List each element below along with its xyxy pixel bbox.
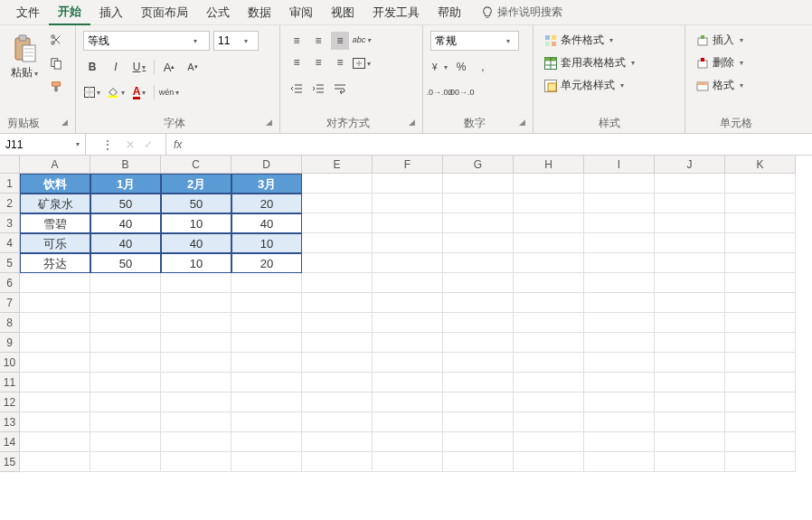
cell-E15[interactable] [302,452,373,472]
cell-B4[interactable]: 40 [90,233,161,253]
cell-H6[interactable] [514,273,584,293]
cell-H13[interactable] [514,412,584,432]
decrease-decimal[interactable]: .00→.0 [452,83,470,101]
cell-C9[interactable] [161,333,231,353]
font-size-combo[interactable]: ▾ [213,31,259,51]
cell-I9[interactable] [584,333,655,353]
row-header-15[interactable]: 15 [0,452,20,472]
enter-formula[interactable]: ✓ [144,138,153,151]
cell-A15[interactable] [20,452,90,472]
cell-F12[interactable] [373,392,443,412]
col-header-G[interactable]: G [443,156,514,174]
cell-J15[interactable] [655,452,725,472]
cell-G14[interactable] [443,432,514,452]
cell-A3[interactable]: 雪碧 [20,213,90,233]
cell-styles[interactable]: 单元格样式 [541,76,628,95]
fill-color-button[interactable] [107,83,125,101]
cell-B1[interactable]: 1月 [90,174,161,194]
increase-decimal[interactable]: .0→.00 [430,83,448,101]
cell-G11[interactable] [443,373,514,392]
cell-G7[interactable] [443,293,514,313]
cell-A13[interactable] [20,412,90,432]
wrap-text-button[interactable] [331,80,349,98]
cell-A6[interactable] [20,273,90,293]
cell-J7[interactable] [655,293,725,313]
cell-A5[interactable]: 芬达 [20,253,90,273]
name-box-dropdown[interactable]: ▾ [71,140,85,148]
cell-I10[interactable] [584,353,655,373]
cell-K9[interactable] [725,333,796,353]
cell-D14[interactable] [231,432,302,452]
align-left[interactable]: ≡ [288,53,306,71]
format-as-table[interactable]: 套用表格格式 [541,53,638,72]
cell-G13[interactable] [443,412,514,432]
cell-C5[interactable]: 10 [161,253,231,273]
cell-I2[interactable] [584,194,655,213]
cell-E8[interactable] [302,313,373,333]
cell-I13[interactable] [584,412,655,432]
cell-B9[interactable] [90,333,161,353]
cell-B7[interactable] [90,293,161,313]
cell-D2[interactable]: 20 [231,194,302,213]
cell-C7[interactable] [161,293,231,313]
cell-A11[interactable] [20,373,90,392]
cell-D13[interactable] [231,412,302,432]
cell-E6[interactable] [302,273,373,293]
cell-G2[interactable] [443,194,514,213]
cell-A14[interactable] [20,432,90,452]
cell-C10[interactable] [161,353,231,373]
align-center[interactable]: ≡ [309,53,327,71]
row-header-11[interactable]: 11 [0,373,20,392]
cell-E10[interactable] [302,353,373,373]
font-size-dropdown[interactable]: ▾ [240,37,252,45]
clipboard-launcher[interactable]: ◢ [61,118,68,127]
cell-B14[interactable] [90,432,161,452]
cancel-formula[interactable]: ✕ [126,138,135,151]
format-cells[interactable]: 格式 [693,76,747,95]
select-all-corner[interactable] [0,156,20,174]
align-bottom[interactable]: ≡ [331,32,349,50]
menu-data[interactable]: 数据 [239,1,280,24]
cell-C6[interactable] [161,273,231,293]
cell-K13[interactable] [725,412,796,432]
paste-button[interactable]: 粘贴 [7,31,42,84]
cells-area[interactable]: 饮料1月2月3月矿泉水505020雪碧401040可乐404010芬达50102… [20,174,796,472]
cell-H11[interactable] [514,373,584,392]
number-format-dropdown[interactable]: ▾ [502,37,515,45]
cell-K5[interactable] [725,253,796,273]
font-name-combo[interactable]: ▾ [83,31,210,51]
cell-J9[interactable] [655,333,725,353]
row-headers[interactable]: 123456789101112131415 [0,174,20,472]
cell-A12[interactable] [20,392,90,412]
cell-K6[interactable] [725,273,796,293]
cell-D15[interactable] [231,452,302,472]
cell-I14[interactable] [584,432,655,452]
cell-F11[interactable] [373,373,443,392]
cell-D8[interactable] [231,313,302,333]
number-launcher[interactable]: ◢ [519,118,525,127]
cell-F8[interactable] [373,313,443,333]
cell-J5[interactable] [655,253,725,273]
insert-function-btn[interactable]: ⋮ [99,136,117,154]
row-header-9[interactable]: 9 [0,333,20,353]
row-header-13[interactable]: 13 [0,412,20,432]
cell-J1[interactable] [655,174,725,194]
cell-B10[interactable] [90,353,161,373]
cell-C8[interactable] [161,313,231,333]
cell-E7[interactable] [302,293,373,313]
align-top[interactable]: ≡ [288,32,306,50]
cell-F9[interactable] [373,333,443,353]
cell-D3[interactable]: 40 [231,213,302,233]
cell-J13[interactable] [655,412,725,432]
cell-J14[interactable] [655,432,725,452]
menu-pagelayout[interactable]: 页面布局 [132,1,197,24]
menu-file[interactable]: 文件 [7,1,49,24]
col-header-E[interactable]: E [302,156,373,174]
cell-G4[interactable] [443,233,514,253]
cell-H10[interactable] [514,353,584,373]
menu-help[interactable]: 帮助 [429,1,470,24]
cell-C3[interactable]: 10 [161,213,231,233]
menu-home[interactable]: 开始 [49,0,90,25]
cell-F1[interactable] [373,174,443,194]
cell-D6[interactable] [231,273,302,293]
